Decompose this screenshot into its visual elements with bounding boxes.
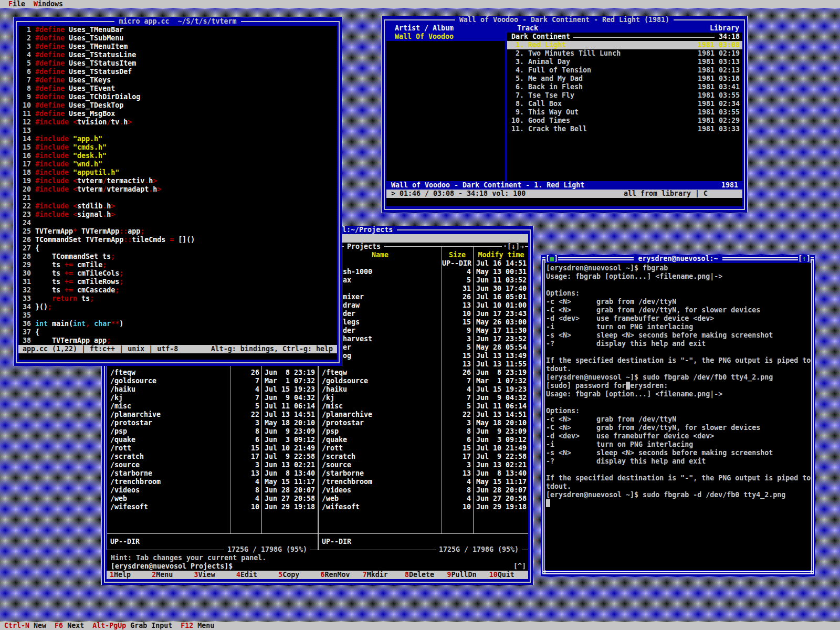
code-line[interactable]: 30 ts += cmTileCols;	[18, 269, 337, 278]
maximize-button[interactable]: [↑]	[798, 255, 811, 263]
file-row[interactable]: /videos8Jun 28 20:07	[319, 486, 528, 495]
music-album-row[interactable]: Dark Continent34:18	[507, 33, 742, 41]
code-line[interactable]: 14 #include "app.h"	[18, 135, 337, 143]
track-row[interactable]: 10. Good Times198102:29	[507, 117, 742, 125]
editor-code[interactable]: 1 #define Uses_TMenuBar 2 #define Uses_T…	[18, 26, 337, 345]
code-line[interactable]: 23 #include <signal.h>	[18, 211, 337, 219]
file-row[interactable]: mixer26Jul 16 05:01	[319, 293, 528, 301]
track-row[interactable]: 11. Crack the Bell198103:33	[507, 125, 742, 133]
track-row[interactable]: 4. Full of Tension198102:13	[507, 66, 742, 75]
file-row[interactable]: /wifesoft10Jun 29 19:18	[319, 503, 528, 511]
file-row[interactable]: sh-10004May 13 00:31	[319, 268, 528, 276]
code-line[interactable]: 11 #define Uses_MsgBox	[18, 110, 337, 118]
file-row[interactable]: /rott15Jul 10 21:49	[107, 444, 318, 453]
track-row[interactable]: 1. Red Light198103:08	[507, 41, 742, 49]
file-row[interactable]: /source3Jun 13 02:21	[319, 461, 528, 469]
file-row[interactable]: /kj7Jun 9 04:32	[107, 394, 318, 402]
file-row[interactable]: UP--DIRJul 16 14:51	[319, 259, 528, 268]
mc-col-size[interactable]: Size	[442, 251, 473, 259]
statusbar-item-menu[interactable]: F12 Menu	[181, 622, 214, 629]
file-row[interactable]: der10Jun 17 23:43	[319, 310, 528, 318]
code-line[interactable]: 21	[18, 194, 337, 202]
file-row[interactable]: /misc5Jul 11 06:14	[107, 402, 318, 411]
file-row[interactable]: /planarchive22Jul 13 14:51	[319, 411, 528, 419]
code-line[interactable]: 8 #define Uses_TEvent	[18, 85, 337, 93]
track-row[interactable]: 6. Back in Flesh198103:41	[507, 83, 742, 91]
fnkey-copy[interactable]: 5Copy	[275, 571, 317, 579]
code-line[interactable]: 32 ts += cmCascade;	[18, 286, 337, 295]
editor-content[interactable]: 1 #define Uses_TMenuBar 2 #define Uses_T…	[18, 26, 337, 360]
code-line[interactable]: 9 #define Uses_TChDirDialog	[18, 93, 337, 101]
music-artist-selected[interactable]: Wall Of Voodoo	[386, 33, 505, 41]
file-row[interactable]: /psp8Jun 9 23:09	[319, 427, 528, 436]
statusbar-item-new[interactable]: Ctrl-N New	[4, 622, 46, 629]
file-row[interactable]: /protostar3May 18 20:10	[107, 419, 318, 427]
code-line[interactable]: 6 #define Uses_TStatusDef	[18, 68, 337, 76]
menu-item-ile[interactable]: File	[8, 0, 25, 8]
file-row[interactable]: er5May 28 05:54	[319, 343, 528, 352]
code-line[interactable]: 28 TCommandSet ts;	[18, 253, 337, 261]
track-row[interactable]: 3. Animal Day198103:13	[507, 58, 742, 66]
file-row[interactable]: 13Jul 13 11:55	[319, 360, 528, 369]
fnkey-help[interactable]: 1Help	[107, 571, 149, 579]
fnkey-renmov[interactable]: 6RenMov	[317, 571, 359, 579]
mc-panel-sort-icon[interactable]: ·[↓]→	[502, 243, 525, 251]
file-row[interactable]: legs15May 26 03:00	[319, 318, 528, 327]
code-line[interactable]: 5 #define Uses_TStatusItem	[18, 59, 337, 68]
fnkey-edit[interactable]: 4Edit	[233, 571, 275, 579]
code-line[interactable]: 27 {	[18, 244, 337, 253]
code-line[interactable]: 16 #include "desk.h"	[18, 152, 337, 160]
code-line[interactable]: 13	[18, 127, 337, 135]
code-line[interactable]: 22 #include <stdlib.h>	[18, 202, 337, 211]
file-row[interactable]: /quake6Jun 3 09:12	[319, 436, 528, 444]
code-line[interactable]: 25 TVTermApp* TVTermApp::app;	[18, 227, 337, 236]
file-row[interactable]: /fteqw26Jun 8 23:19	[107, 369, 318, 377]
close-button[interactable]: [■]	[545, 255, 558, 263]
file-row[interactable]: ax5Jun 11 03:52	[319, 276, 528, 285]
music-titlebar[interactable]: Wall of Voodoo - Dark Continent - Red Li…	[382, 16, 747, 24]
file-row[interactable]: /starborne13Jun 8 13:40	[319, 469, 528, 478]
code-line[interactable]: 36 int main(int, char**)	[18, 320, 337, 328]
file-row[interactable]: /source3Jun 13 02:21	[107, 461, 318, 469]
fnkey-mkdir[interactable]: 7Mkdir	[360, 571, 402, 579]
file-row[interactable]: der9May 17 11:30	[319, 327, 528, 335]
file-row[interactable]: og15Jul 13 13:49	[319, 352, 528, 360]
track-row[interactable]: 9. This Way Out198103:55	[507, 108, 742, 117]
terminal-titlebar[interactable]: [■]erysdren@nuevosol:~[↑]	[541, 255, 815, 263]
file-row[interactable]: /fteqw26Jun 8 23:19	[319, 369, 528, 377]
file-row[interactable]: draw13Jul 10 01:00	[319, 301, 528, 310]
code-line[interactable]: 20 #include <tvterm/vtermadapt.h>	[18, 185, 337, 194]
track-row[interactable]: 8. Call Box198102:34	[507, 100, 742, 108]
file-row[interactable]: /goldsource7Mar 1 07:32	[107, 377, 318, 385]
code-line[interactable]: 2 #define Uses_TSubMenu	[18, 34, 337, 43]
terminal-content[interactable]: [erysdren@nuevosol ~]$ fbgrabUsage: fbgr…	[545, 263, 811, 570]
mc-col-mtime[interactable]: Modify time	[473, 251, 528, 259]
file-row[interactable]: /web4Jun 27 20:58	[319, 495, 528, 503]
file-row[interactable]: /kj7Jun 9 04:32	[319, 394, 528, 402]
code-line[interactable]: 33 return ts;	[18, 295, 337, 303]
code-line[interactable]: 7 #define Uses_TKeys	[18, 76, 337, 85]
file-row[interactable]: /videos8Jun 28 20:07	[107, 486, 318, 495]
fnkey-pulldn[interactable]: 9PullDn	[444, 571, 486, 579]
code-line[interactable]: 10 #define Uses_TDeskTop	[18, 101, 337, 110]
fnkey-menu[interactable]: 2Menu	[149, 571, 191, 579]
code-line[interactable]: 31 ts += cmTileRows;	[18, 278, 337, 286]
file-row[interactable]: /protostar3May 18 20:10	[319, 419, 528, 427]
code-line[interactable]: 12 #include <tvision/tv.h>	[18, 118, 337, 127]
file-row[interactable]: /goldsource7Mar 1 07:32	[319, 377, 528, 385]
file-row[interactable]: /trenchbroom4May 15 11:17	[319, 478, 528, 486]
fnkey-delete[interactable]: 8Delete	[402, 571, 444, 579]
file-row[interactable]: /wifesoft10Jun 29 19:18	[107, 503, 318, 511]
code-line[interactable]: 24	[18, 219, 337, 227]
code-line[interactable]: 26 TCommandSet TVTermApp::tileCmds = [](…	[18, 236, 337, 244]
code-line[interactable]: 17 #include "wnd.h"	[18, 160, 337, 169]
code-line[interactable]: 37 {	[18, 328, 337, 337]
editor-titlebar[interactable]: micro app.cc ~/S/t/s/tvterm	[14, 17, 342, 26]
code-line[interactable]: 35	[18, 311, 337, 320]
mc-shell-prompt[interactable]: [erysdren@nuevosol Projects]$	[111, 562, 233, 571]
file-row[interactable]: /misc5Jul 11 06:14	[319, 402, 528, 411]
mc-panel-label[interactable]: Projects	[344, 243, 384, 251]
track-row[interactable]: 7. Tse Tse Fly198103:55	[507, 91, 742, 100]
file-row[interactable]: /quake6Jun 3 09:12	[107, 436, 318, 444]
track-row[interactable]: 5. Me and My Dad198103:18	[507, 75, 742, 83]
